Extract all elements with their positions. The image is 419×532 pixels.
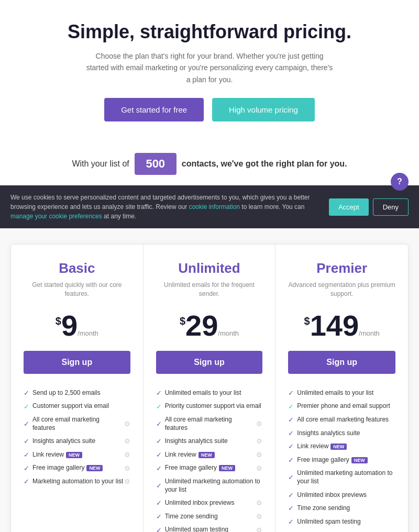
cookie-buttons: Accept Deny — [329, 198, 409, 216]
price-amount: 9 — [61, 311, 78, 340]
contacts-input[interactable] — [135, 153, 177, 175]
check-icon: ✓ — [156, 437, 162, 445]
check-icon: ✓ — [288, 456, 294, 464]
signup-button[interactable]: Sign up — [288, 351, 395, 374]
feature-item: ✓ Customer support via email — [24, 400, 130, 413]
cookie-link-prefs[interactable]: manage your cookie preferences — [10, 213, 102, 220]
check-icon: ✓ — [288, 403, 294, 411]
gear-icon[interactable]: ⚙ — [124, 451, 130, 459]
plan-card-premier: Premier Advanced segmentation plus premi… — [275, 245, 408, 532]
price-period: /month — [78, 329, 98, 337]
feature-item: ✓ Send up to 2,500 emails — [24, 386, 130, 400]
price-amount: 149 — [310, 311, 359, 340]
check-icon: ✓ — [156, 464, 162, 472]
feature-label: All core email marketing features — [165, 416, 257, 432]
feature-item: ✓ Insights analytics suite ⚙ — [156, 435, 263, 448]
check-icon: ✓ — [24, 389, 29, 397]
gear-icon[interactable]: ⚙ — [256, 420, 262, 428]
cookie-text: We use cookies to serve personalized con… — [10, 193, 321, 221]
page-title: Simple, straightforward pricing. — [21, 21, 398, 43]
signup-button[interactable]: Sign up — [24, 351, 130, 374]
feature-label: All core email marketing features — [32, 416, 124, 432]
gear-icon[interactable]: ⚙ — [124, 437, 130, 445]
check-icon: ✓ — [288, 518, 294, 526]
feature-item: ✓ Free image galleryNEW ⚙ — [24, 461, 130, 475]
feature-label: Unlimited emails to your list — [297, 389, 373, 397]
gear-icon[interactable]: ⚙ — [256, 499, 262, 507]
feature-label: Insights analytics suite — [297, 429, 360, 438]
check-icon: ✓ — [288, 416, 294, 424]
check-icon: ✓ — [156, 389, 162, 397]
gear-icon[interactable]: ⚙ — [256, 437, 262, 445]
feature-item: ✓ Priority customer support via email — [156, 400, 263, 413]
feature-label: Marketing automation to your list — [32, 478, 123, 486]
gear-icon[interactable]: ⚙ — [124, 464, 130, 472]
feature-label: Link reviewNEW — [32, 451, 82, 459]
check-icon: ✓ — [156, 499, 162, 507]
cookie-banner: We use cookies to serve personalized con… — [0, 185, 419, 228]
feature-label: Unlimited inbox previews — [165, 499, 235, 507]
price-period: /month — [359, 329, 380, 337]
check-icon: ✓ — [24, 451, 29, 459]
feature-label: Premier phone and email support — [297, 402, 390, 411]
feature-label: All core email marketing features — [297, 416, 389, 424]
high-volume-button[interactable]: High volume pricing — [212, 98, 315, 121]
feature-item: ✓ Countdown timer — [288, 528, 395, 532]
plan-desc: Advanced segmentation plus premium suppo… — [288, 281, 395, 298]
plan-name: Premier — [288, 260, 395, 276]
cookie-link-info[interactable]: cookie information — [189, 203, 240, 210]
feature-item: ✓ Unlimited emails to your list — [156, 386, 263, 400]
plan-price: $ 149 /month — [288, 311, 395, 340]
feature-label: Time zone sending — [297, 504, 350, 513]
price-dollar: $ — [180, 315, 185, 327]
feature-item: ✓ Unlimited emails to your list — [288, 386, 395, 400]
features-list: ✓ Unlimited emails to your list ✓ Priori… — [156, 386, 263, 532]
help-button[interactable]: ? — [391, 173, 409, 191]
check-icon: ✓ — [24, 420, 29, 428]
contacts-section: With your list of contacts, we've got th… — [0, 137, 419, 185]
new-badge: NEW — [351, 457, 368, 463]
price-period: /month — [218, 329, 239, 337]
hero-subtitle: Choose the plan that's right for your br… — [84, 50, 335, 85]
feature-item: ✓ Unlimited marketing automation to your… — [156, 475, 263, 496]
features-list: ✓ Unlimited emails to your list ✓ Premie… — [288, 386, 395, 532]
plan-name: Basic — [24, 260, 130, 276]
check-icon: ✓ — [24, 403, 29, 411]
feature-label: Link reviewNEW — [165, 451, 215, 459]
gear-icon[interactable]: ⚙ — [256, 513, 262, 520]
check-icon: ✓ — [288, 389, 294, 397]
cookie-deny-button[interactable]: Deny — [373, 198, 409, 216]
cookie-accept-button[interactable]: Accept — [329, 198, 369, 216]
new-badge: NEW — [86, 465, 103, 471]
get-started-button[interactable]: Get started for free — [104, 98, 204, 121]
contacts-pre-label: With your list of — [72, 159, 129, 169]
feature-item: ✓ Time zone sending — [288, 502, 395, 515]
gear-icon[interactable]: ⚙ — [256, 451, 262, 459]
pricing-grid: Basic Get started quickly with our core … — [10, 244, 409, 532]
new-badge: NEW — [330, 444, 347, 450]
gear-icon[interactable]: ⚙ — [256, 464, 262, 472]
check-icon: ✓ — [288, 473, 294, 481]
gear-icon[interactable]: ⚙ — [124, 420, 130, 428]
feature-label: Time zone sending — [165, 513, 218, 521]
feature-label: Unlimited marketing automation to your l… — [297, 469, 395, 485]
gear-icon[interactable]: ⚙ — [124, 478, 130, 485]
gear-icon[interactable]: ⚙ — [256, 526, 262, 532]
feature-label: Free image galleryNEW — [32, 464, 103, 472]
feature-label: Unlimited emails to your list — [165, 389, 241, 397]
check-icon: ✓ — [156, 526, 162, 532]
feature-label: Send up to 2,500 emails — [32, 389, 100, 397]
feature-item: ✓ All core email marketing features — [288, 413, 395, 427]
plan-price: $ 29 /month — [156, 311, 263, 340]
hero-section: Simple, straightforward pricing. Choose … — [0, 0, 419, 137]
check-icon: ✓ — [288, 429, 294, 437]
signup-button[interactable]: Sign up — [156, 351, 263, 374]
feature-label: Insights analytics suite — [165, 437, 228, 446]
plan-price: $ 9 /month — [24, 311, 130, 340]
check-icon: ✓ — [24, 464, 29, 472]
feature-item: ✓ All core email marketing features ⚙ — [156, 413, 263, 435]
feature-label: Priority customer support via email — [165, 402, 261, 411]
feature-label: Customer support via email — [32, 402, 109, 411]
feature-item: ✓ Unlimited spam testing ⚙ — [156, 523, 263, 532]
feature-item: ✓ Free image galleryNEW ⚙ — [156, 461, 263, 475]
